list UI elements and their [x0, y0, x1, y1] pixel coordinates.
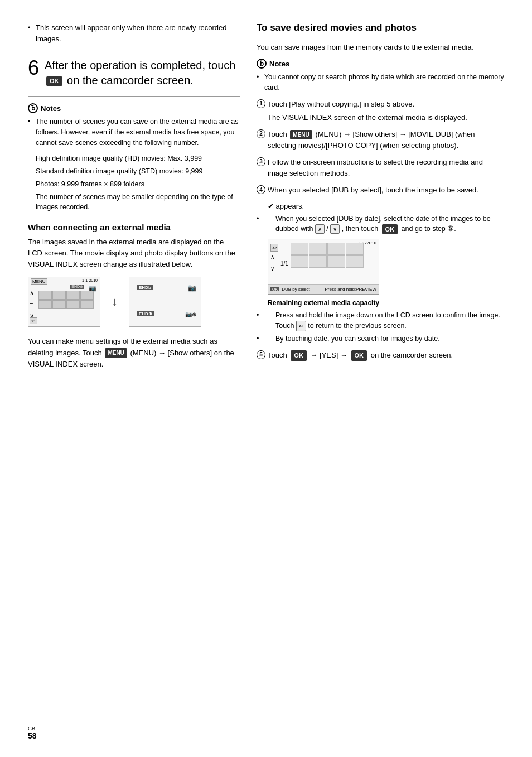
lcd-screen-1: MENU 1-1-2010 EHD⊕ 📷 ∧ ≡ ∨ — [28, 277, 100, 327]
bullet-dub-date: When you selected [DUB by date], select … — [257, 214, 504, 235]
step-5-text2: on the camcorder screen. — [371, 351, 453, 359]
sd-bottom-bar: OK DUB by select Press and hold:PREVIEW — [268, 284, 379, 294]
ok-badge-5b: OK — [351, 350, 367, 361]
right-column: To save desired movies and photos You ca… — [257, 22, 504, 735]
ok-badge-5a: OK — [291, 350, 307, 361]
sd-grid — [291, 243, 364, 268]
notes-list-left: The number of scenes you can save on the… — [28, 117, 240, 213]
step-3: 3 Follow the on-screen instructions to s… — [257, 157, 504, 179]
notes-section-right: ƀ Notes You cannot copy or search photos… — [257, 59, 504, 93]
gb-text: GB — [28, 726, 37, 731]
thumb-grid-s1 — [38, 291, 94, 309]
lcd-diagram: MENU 1-1-2010 EHD⊕ 📷 ∧ ≡ ∨ — [28, 277, 240, 327]
ok-badge-step6: OK — [46, 76, 62, 86]
step-1-indent: The VISUAL INDEX screen of the external … — [268, 112, 504, 123]
divider-top — [28, 51, 240, 51]
step-1-text: Touch [Play without copying.] in step 5 … — [268, 100, 414, 108]
step-1: 1 Touch [Play without copying.] in step … — [257, 99, 504, 123]
date-s1: 1-1-2010 — [82, 278, 98, 282]
note-item-0: The number of scenes you can save on the… — [28, 117, 240, 148]
note-photos: Photos: 9,999 frames × 899 folders — [28, 179, 240, 190]
caption-text: Remaining external media capacity — [268, 299, 504, 307]
sd-arrows: ∧ ∨ — [270, 254, 274, 272]
step-5-num: 5 — [257, 350, 265, 359]
step-3-num: 3 — [257, 157, 265, 166]
return-icon: ↩ — [296, 321, 306, 331]
cam-icon-s2b: 📷⊕ — [185, 311, 196, 317]
step-5-list: 5 Touch OK → [YES] → OK on the camcorder… — [257, 350, 504, 361]
step-5: 5 Touch OK → [YES] → OK on the camcorder… — [257, 350, 504, 361]
lcd-screen-2: EHDb 📷 EHD⊕ 📷⊕ — [129, 277, 201, 327]
ok-badge-dub: OK — [382, 224, 398, 235]
menu-badge-left: MENU — [105, 348, 127, 358]
notes-icon-left: ƀ — [28, 103, 38, 113]
notes-icon-right: ƀ — [257, 59, 267, 69]
sd-ok-label: OK — [270, 287, 279, 291]
intro-text: You can save images from the memory card… — [257, 42, 504, 53]
bullet-screen-appear: This screen will appear only when there … — [28, 22, 240, 44]
menu-label-s1: MENU — [31, 278, 47, 285]
checkmark-line: ✔ appears. — [257, 202, 504, 210]
ehdb-label: EHDb — [137, 285, 153, 290]
step-1-num: 1 — [257, 99, 265, 108]
ehdb2-label: EHD⊕ — [137, 311, 154, 316]
notes-header-left: ƀ Notes — [28, 103, 240, 113]
left-column: This screen will appear only when there … — [28, 22, 240, 735]
step-2: 2 Touch MENU (MENU) → [Show others] → [M… — [257, 129, 504, 151]
hd-badge-s1: EHD⊕ — [70, 285, 84, 289]
steps-list: 1 Touch [Play without copying.] in step … — [257, 99, 504, 196]
step-6-number: 6 — [28, 58, 39, 78]
notes-header-right: ƀ Notes — [257, 59, 504, 69]
sd-dub-label: DUB by select — [282, 287, 310, 292]
step-5-arrow: → [YES] → — [310, 351, 347, 359]
step-3-text: Follow the on-screen instructions to sel… — [268, 158, 483, 177]
checkmark-symbol: ✔ — [268, 202, 274, 210]
notes-list-right: You cannot copy or search photos by date… — [257, 72, 504, 93]
step-2-num: 2 — [257, 129, 265, 138]
step-4: 4 When you selected [DUB by select], tou… — [257, 185, 504, 196]
step-6-block: 6 After the operation is completed, touc… — [28, 58, 240, 88]
bullet-date: By touching date, you can search for ima… — [257, 334, 504, 344]
step-5-touch: Touch — [268, 351, 287, 359]
note-right-0: You cannot copy or search photos by date… — [257, 72, 504, 93]
note-hd: High definition image quality (HD) movie… — [28, 153, 240, 164]
small-diagram: 1-1-2010 ↩ ∧ ∨ 1/1 OK — [268, 239, 379, 295]
notes-section-left: ƀ Notes The number of scenes you can sav… — [28, 103, 240, 213]
sd-return: ↩ — [270, 244, 278, 252]
return-s1: ↩ — [30, 317, 37, 324]
step-6-text: After the operation is completed, touch … — [45, 58, 240, 88]
arrow-between-screens: ↓ — [112, 295, 118, 309]
note-std: Standard definition image quality (STD) … — [28, 166, 240, 177]
arrows-s1: ∧ ≡ ∨ — [30, 290, 34, 320]
menu-badge-step2: MENU — [290, 130, 312, 140]
sd-num: 1/1 — [280, 261, 288, 267]
divider-mid — [28, 96, 240, 97]
sd-preview-label: Press and hold:PREVIEW — [325, 287, 376, 292]
section-title-right: To save desired movies and photos — [257, 22, 504, 36]
bullet-hold: Press and hold the image down on the LCD… — [257, 310, 504, 331]
when-body: The images saved in the external media a… — [28, 237, 240, 270]
down-btn: ∨ — [330, 224, 340, 234]
step-4-num: 4 — [257, 185, 265, 194]
up-btn: ∧ — [315, 224, 325, 234]
page-number: 58 — [28, 731, 37, 740]
menu-body: You can make menu settings of the extern… — [28, 336, 240, 369]
cam-icon-s2a: 📷 — [188, 284, 196, 292]
gb-label: GB 58 — [28, 726, 37, 740]
note-smaller: The number of scenes may be smaller depe… — [28, 192, 240, 213]
when-heading: When connecting an external media — [28, 223, 240, 232]
step-4-text: When you selected [DUB by select], touch… — [268, 186, 478, 194]
page: This screen will appear only when there … — [0, 0, 532, 757]
